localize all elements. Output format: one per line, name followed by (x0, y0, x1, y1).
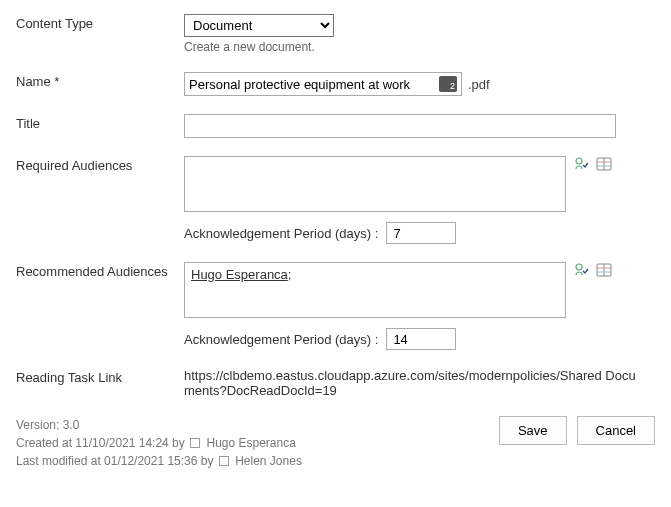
reading-task-url: https://clbdemo.eastus.cloudapp.azure.co… (184, 368, 644, 398)
required-ack-label: Acknowledgement Period (days) : (184, 226, 378, 241)
metadata-block: Version: 3.0 Created at 11/10/2021 14:24… (16, 416, 302, 470)
svg-point-5 (576, 264, 582, 270)
required-ack-input[interactable] (386, 222, 456, 244)
version-text: Version: 3.0 (16, 416, 302, 434)
file-extension: .pdf (468, 77, 490, 92)
created-by: Hugo Esperanca (206, 436, 295, 450)
recommended-ack-input[interactable] (386, 328, 456, 350)
created-prefix: Created at 11/10/2021 14:24 by (16, 436, 185, 450)
check-names-icon[interactable] (574, 156, 590, 172)
cancel-button[interactable]: Cancel (577, 416, 655, 445)
browse-icon[interactable] (596, 156, 612, 172)
content-type-select[interactable]: Document (184, 14, 334, 37)
recommended-ack-label: Acknowledgement Period (days) : (184, 332, 378, 347)
required-audiences-input[interactable] (184, 156, 566, 212)
resolved-user: Hugo Esperanca (191, 267, 288, 282)
recommended-audiences-input[interactable]: Hugo Esperanca; (184, 262, 566, 318)
content-type-label: Content Type (16, 14, 184, 31)
name-label: Name * (16, 72, 184, 89)
recommended-audiences-label: Recommended Audiences (16, 262, 184, 279)
required-audiences-label: Required Audiences (16, 156, 184, 173)
name-suffix-icon: 2 (439, 76, 457, 92)
browse-icon[interactable] (596, 262, 612, 278)
name-input-wrapper[interactable]: 2 (184, 72, 462, 96)
presence-icon (219, 456, 229, 466)
save-button[interactable]: Save (499, 416, 567, 445)
check-names-icon[interactable] (574, 262, 590, 278)
title-label: Title (16, 114, 184, 131)
presence-icon (190, 438, 200, 448)
reading-task-label: Reading Task Link (16, 368, 184, 385)
content-type-helper: Create a new document. (184, 40, 655, 54)
title-input[interactable] (184, 114, 616, 138)
name-input[interactable] (189, 77, 439, 92)
modified-by: Helen Jones (235, 454, 302, 468)
modified-prefix: Last modified at 01/12/2021 15:36 by (16, 454, 213, 468)
svg-point-0 (576, 158, 582, 164)
